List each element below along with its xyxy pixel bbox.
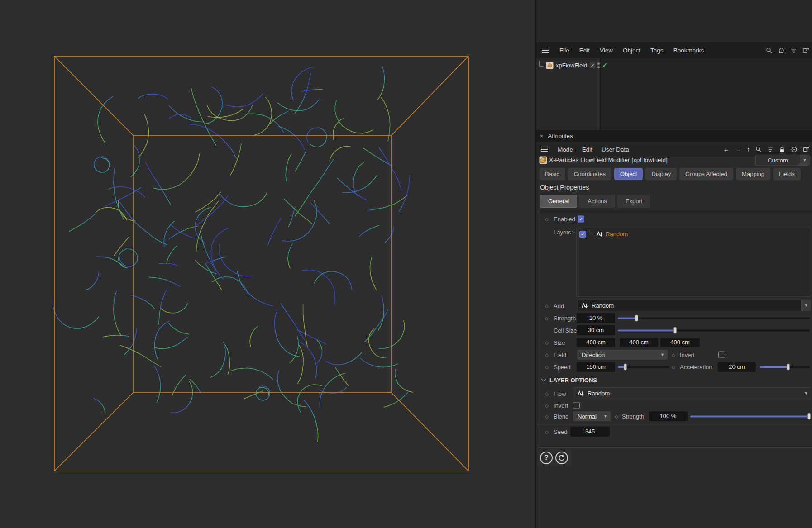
- right-panel: File Edit View Object Tags Bookmarks xpF…: [535, 0, 812, 528]
- attr-filter-icon[interactable]: [767, 146, 774, 152]
- edit-square-icon[interactable]: [589, 62, 595, 68]
- object-title-row: X-Particles FlowField Modifier [xpFlowFi…: [536, 155, 812, 166]
- menu-object[interactable]: Object: [623, 47, 640, 54]
- enabled-check-icon[interactable]: ✓: [602, 62, 607, 69]
- attr-popout-icon[interactable]: [803, 146, 809, 152]
- add-dropdown[interactable]: Random ▼: [577, 300, 811, 311]
- strength-slider[interactable]: [618, 315, 810, 322]
- menu-edit[interactable]: Edit: [579, 47, 590, 54]
- divider: [537, 424, 812, 424]
- forward-arrow-icon[interactable]: →: [735, 146, 741, 153]
- field-dropdown[interactable]: Direction ▼: [577, 350, 668, 360]
- object-manager-column: xpFlowField ✓: [536, 58, 601, 130]
- visibility-dots-icon[interactable]: [597, 62, 600, 68]
- tab-object[interactable]: Object: [614, 168, 643, 180]
- flow-value: Random: [588, 390, 610, 397]
- subtab-actions[interactable]: Actions: [579, 195, 615, 208]
- blend-strength-input[interactable]: 100 %: [649, 411, 688, 421]
- layers-expander-icon[interactable]: ›: [572, 229, 574, 235]
- layer-item-random[interactable]: ✓ Random: [579, 231, 628, 238]
- menu-view[interactable]: View: [600, 47, 613, 54]
- layer-checkbox[interactable]: ✓: [579, 231, 586, 238]
- layer-options-header[interactable]: LAYER OPTIONS: [536, 375, 812, 385]
- speed-slider[interactable]: [618, 364, 669, 371]
- diamond-icon: ◇: [545, 365, 549, 370]
- tab-fields[interactable]: Fields: [773, 168, 801, 180]
- property-subtabs: General Actions Export: [540, 195, 650, 208]
- preset-dropdown[interactable]: Custom ▼: [755, 155, 810, 166]
- tab-basic[interactable]: Basic: [539, 168, 565, 180]
- reset-icon[interactable]: [555, 452, 568, 464]
- tab-display[interactable]: Display: [645, 168, 677, 180]
- speed-input[interactable]: 150 cm: [577, 362, 615, 372]
- object-title: X-Particles FlowField Modifier [xpFlowFi…: [549, 157, 668, 163]
- size-z-input[interactable]: 400 cm: [660, 338, 700, 347]
- hamburger-menu-icon[interactable]: [542, 50, 549, 51]
- diamond-icon: ◇: [545, 217, 549, 222]
- attributes-hamburger-icon[interactable]: [541, 149, 548, 150]
- object-row-xpflowfield[interactable]: xpFlowField ✓: [539, 60, 607, 70]
- speed-label: Speed: [554, 364, 571, 371]
- search-icon[interactable]: [766, 47, 773, 54]
- acceleration-input[interactable]: 20 cm: [718, 362, 756, 372]
- chevron-down-icon: ▼: [660, 352, 664, 357]
- attributes-tab-title[interactable]: Attributes: [548, 133, 573, 139]
- flow-row: ◇ Flow Random ▼: [536, 387, 812, 400]
- seed-input[interactable]: 345: [570, 427, 610, 437]
- diamond-icon: ◇: [545, 316, 549, 321]
- cell-size-slider[interactable]: [618, 327, 810, 334]
- app-window: File Edit View Object Tags Bookmarks xpF…: [0, 0, 812, 528]
- attr-search-icon[interactable]: [755, 146, 762, 152]
- tab-mapping[interactable]: Mapping: [736, 168, 770, 180]
- home-icon[interactable]: [778, 47, 785, 54]
- enabled-checkbox[interactable]: ✓: [578, 216, 584, 223]
- footer-icon-bar: ?: [538, 450, 572, 466]
- up-arrow-icon[interactable]: ↑: [747, 146, 750, 153]
- menu-bookmarks[interactable]: Bookmarks: [673, 47, 704, 54]
- layers-label: Layers: [554, 229, 571, 236]
- menu-file[interactable]: File: [559, 47, 569, 54]
- blend-dropdown[interactable]: Normal ▼: [573, 411, 611, 421]
- acceleration-slider[interactable]: [760, 364, 810, 371]
- strength-input[interactable]: 10 %: [577, 313, 615, 323]
- panel-popout-icon[interactable]: [802, 47, 809, 54]
- track-target-icon[interactable]: [791, 146, 798, 153]
- random-noise-icon: [577, 390, 584, 397]
- viewport-canvas[interactable]: [0, 0, 535, 528]
- menu-tags[interactable]: Tags: [650, 47, 664, 54]
- speed-row: ◇ Speed 150 cm ◇ Acceleration 20 cm: [536, 362, 812, 372]
- diamond-icon: ◇: [545, 352, 549, 357]
- layers-listbox[interactable]: ✓ Random: [576, 228, 811, 297]
- tab-groups-affected[interactable]: Groups Affected: [679, 168, 733, 180]
- menu-user-data[interactable]: User Data: [602, 146, 629, 153]
- filter-icon[interactable]: [790, 47, 797, 54]
- object-name[interactable]: xpFlowField: [556, 62, 587, 69]
- menu-attr-edit[interactable]: Edit: [582, 146, 592, 153]
- enabled-row: ◇ Enabled ✓: [536, 214, 812, 224]
- size-x-input[interactable]: 400 cm: [577, 338, 615, 347]
- chevron-expand-icon: [541, 376, 546, 381]
- diamond-icon: ◇: [545, 340, 549, 345]
- size-y-input[interactable]: 400 cm: [620, 338, 658, 347]
- menu-mode[interactable]: Mode: [558, 146, 573, 153]
- tree-elbow-line: [539, 61, 544, 67]
- layer-name[interactable]: Random: [606, 231, 628, 238]
- tab-coordinates[interactable]: Coordinates: [568, 168, 611, 180]
- back-arrow-icon[interactable]: ←: [723, 146, 730, 153]
- invert-checkbox[interactable]: [718, 352, 725, 358]
- object-manager-tree: xpFlowField ✓: [536, 58, 812, 130]
- preset-value: Custom: [756, 157, 800, 164]
- subtab-export[interactable]: Export: [617, 195, 651, 208]
- cell-size-input[interactable]: 30 cm: [577, 325, 615, 335]
- attributes-nav-icons: ← → ↑: [723, 146, 809, 153]
- blend-row: ◇ Blend Normal ▼ ◇ Strength 100 %: [536, 411, 812, 422]
- close-icon[interactable]: ×: [540, 133, 544, 139]
- viewport[interactable]: [0, 0, 535, 528]
- layer-invert-checkbox[interactable]: [573, 402, 580, 409]
- flow-dropdown[interactable]: Random ▼: [573, 387, 811, 399]
- blend-strength-slider[interactable]: [690, 413, 809, 420]
- modifier-cube-icon: [539, 156, 547, 164]
- subtab-general[interactable]: General: [540, 195, 577, 208]
- lock-icon[interactable]: [779, 146, 785, 153]
- help-icon[interactable]: ?: [540, 452, 553, 464]
